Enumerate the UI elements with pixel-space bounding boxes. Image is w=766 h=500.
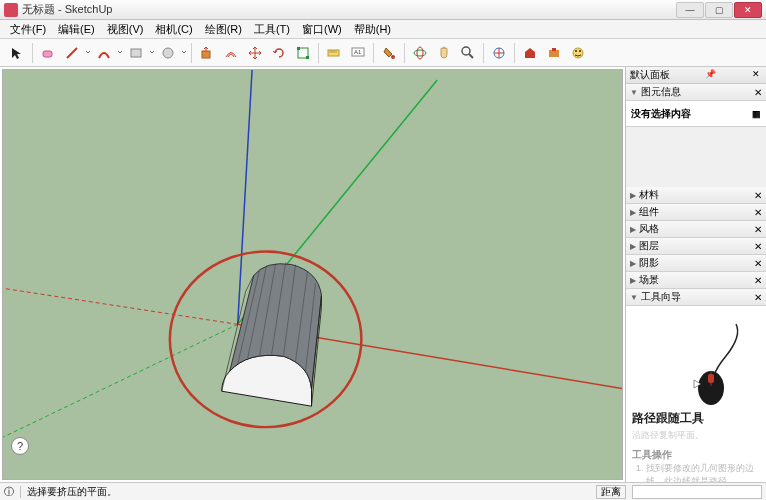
svg-point-19 xyxy=(579,50,581,52)
maximize-button[interactable]: ▢ xyxy=(705,2,733,18)
offset-tool-button[interactable] xyxy=(220,42,242,64)
text-tool-button[interactable]: A1 xyxy=(347,42,369,64)
instructor-subtitle: 沿路径复制平面。 xyxy=(632,429,760,442)
minimize-button[interactable]: — xyxy=(676,2,704,18)
tray-header[interactable]: 默认面板 📌 ✕ xyxy=(626,67,766,84)
panel-scenes[interactable]: ▶ 场景✕ xyxy=(626,272,766,289)
menu-view[interactable]: 视图(V) xyxy=(101,22,150,37)
menu-window[interactable]: 窗口(W) xyxy=(296,22,348,37)
rotate-tool-button[interactable] xyxy=(268,42,290,64)
panel-layers[interactable]: ▶ 图层✕ xyxy=(626,238,766,255)
move-tool-button[interactable] xyxy=(244,42,266,64)
circle-tool-button[interactable] xyxy=(157,42,179,64)
panel-instructor-header[interactable]: ▼ 工具向导✕ xyxy=(626,289,766,306)
svg-rect-21 xyxy=(708,374,714,383)
axis-green-dash xyxy=(3,324,238,449)
svg-point-12 xyxy=(417,47,423,59)
menu-file[interactable]: 文件(F) xyxy=(4,22,52,37)
extension-button[interactable] xyxy=(543,42,565,64)
svg-rect-3 xyxy=(202,51,210,58)
svg-rect-16 xyxy=(552,48,556,51)
instructor-ops-title: 工具操作 xyxy=(632,448,760,462)
panel-shadows[interactable]: ▶ 阴影✕ xyxy=(626,255,766,272)
tape-tool-button[interactable] xyxy=(323,42,345,64)
element-info-body: 没有选择内容 ▦ xyxy=(626,101,766,127)
orbit-tool-button[interactable] xyxy=(409,42,431,64)
paint-tool-button[interactable] xyxy=(378,42,400,64)
svg-rect-5 xyxy=(297,47,300,50)
pan-tool-button[interactable] xyxy=(433,42,455,64)
close-button[interactable]: ✕ xyxy=(734,2,762,18)
svg-text:A1: A1 xyxy=(354,49,362,55)
panel-materials[interactable]: ▶ 材料✕ xyxy=(626,187,766,204)
panel-components[interactable]: ▶ 组件✕ xyxy=(626,204,766,221)
panel-close-icon[interactable]: ✕ xyxy=(754,87,762,98)
instructor-tool-name: 路径跟随工具 xyxy=(632,410,760,427)
help-button[interactable]: ? xyxy=(11,437,29,455)
select-tool-button[interactable] xyxy=(6,42,28,64)
element-empty-text: 没有选择内容 xyxy=(631,107,691,121)
app-icon xyxy=(4,3,18,17)
menu-tools[interactable]: 工具(T) xyxy=(248,22,296,37)
instructor-illustration xyxy=(646,316,746,406)
axis-blue xyxy=(238,70,253,324)
layers-button[interactable] xyxy=(567,42,589,64)
svg-rect-1 xyxy=(131,49,141,57)
menu-draw[interactable]: 绘图(R) xyxy=(199,22,248,37)
svg-rect-6 xyxy=(306,56,309,59)
zoom-tool-button[interactable] xyxy=(457,42,479,64)
viewport-3d[interactable]: ? xyxy=(2,69,623,480)
window-title: 无标题 - SketchUp xyxy=(22,2,676,17)
menubar: 文件(F) 编辑(E) 视图(V) 相机(C) 绘图(R) 工具(T) 窗口(W… xyxy=(0,20,766,39)
menu-edit[interactable]: 编辑(E) xyxy=(52,22,101,37)
instructor-steps: 找到要修改的几何图形的边线。此边线就是路径。 绘制一个垂直于路径的平面。 点击 … xyxy=(632,462,760,482)
status-bar: ⓘ 选择要挤压的平面。 距离 xyxy=(0,482,766,500)
svg-point-13 xyxy=(462,47,470,55)
panel-styles[interactable]: ▶ 风格✕ xyxy=(626,221,766,238)
scene-svg xyxy=(3,70,622,479)
svg-point-11 xyxy=(414,50,426,56)
tray-close-icon[interactable]: ✕ xyxy=(750,69,762,81)
menu-help[interactable]: 帮助(H) xyxy=(348,22,397,37)
scale-tool-button[interactable] xyxy=(292,42,314,64)
titlebar: 无标题 - SketchUp — ▢ ✕ xyxy=(0,0,766,20)
status-icon[interactable]: ⓘ xyxy=(4,485,14,499)
panel-element-info-header[interactable]: ▼ 图元信息 ✕ xyxy=(626,84,766,101)
distance-input[interactable] xyxy=(632,485,762,499)
distance-label: 距离 xyxy=(596,485,626,499)
svg-rect-0 xyxy=(43,51,52,57)
warehouse-button[interactable] xyxy=(519,42,541,64)
zoom-extents-button[interactable] xyxy=(488,42,510,64)
line-tool-button[interactable] xyxy=(61,42,83,64)
svg-point-10 xyxy=(391,55,395,59)
right-panel: 默认面板 📌 ✕ ▼ 图元信息 ✕ 没有选择内容 ▦ ▶ 材料✕ ▶ 组件✕ ▶… xyxy=(625,67,766,482)
model-extrusion xyxy=(222,263,322,407)
rectangle-tool-button[interactable] xyxy=(125,42,147,64)
svg-rect-15 xyxy=(549,50,559,57)
tray-title: 默认面板 xyxy=(630,68,670,82)
svg-point-18 xyxy=(575,50,577,52)
element-menu-icon[interactable]: ▦ xyxy=(752,109,761,119)
tray-pin-icon[interactable]: 📌 xyxy=(704,69,716,81)
toolbar: A1 xyxy=(0,39,766,67)
pushpull-tool-button[interactable] xyxy=(196,42,218,64)
eraser-tool-button[interactable] xyxy=(37,42,59,64)
arc-tool-button[interactable] xyxy=(93,42,115,64)
status-hint: 选择要挤压的平面。 xyxy=(27,485,117,499)
instructor-body: 路径跟随工具 沿路径复制平面。 工具操作 找到要修改的几何图形的边线。此边线就是… xyxy=(626,306,766,482)
menu-camera[interactable]: 相机(C) xyxy=(149,22,198,37)
axis-red-dash xyxy=(3,284,238,324)
svg-point-2 xyxy=(163,48,173,58)
